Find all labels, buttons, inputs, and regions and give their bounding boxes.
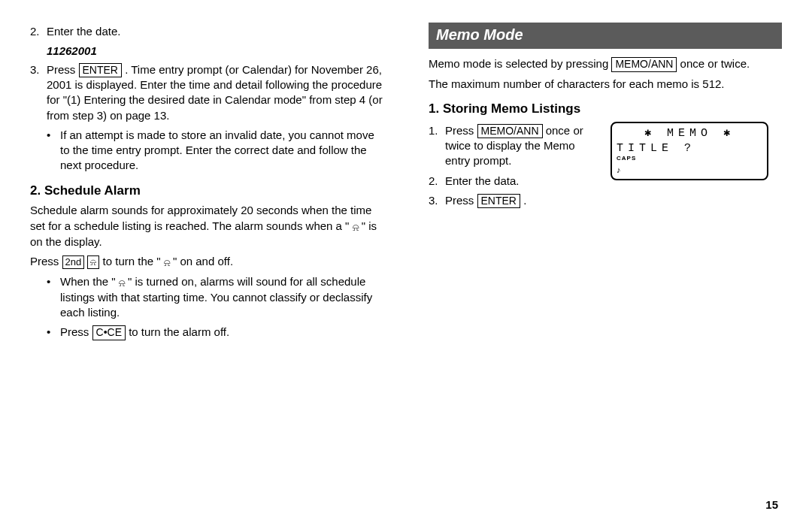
key-bell: ⍾ bbox=[87, 255, 99, 269]
heading-schedule-alarm: 2. Schedule Alarm bbox=[30, 183, 383, 200]
key-enter: ENTER bbox=[477, 194, 520, 209]
txt: Press bbox=[445, 124, 477, 137]
storing-row: 1. Press MEMO/ANN once or twice to displ… bbox=[429, 122, 782, 213]
txt: to turn the " bbox=[99, 255, 163, 268]
txt: When the " bbox=[60, 275, 119, 288]
bullet-text: If an attempt is made to store an invali… bbox=[60, 128, 383, 174]
memo-mode-select: Memo mode is selected by pressing MEMO/A… bbox=[429, 56, 782, 72]
bell-icon: ⍾ bbox=[164, 255, 170, 270]
lcd-note-icon: ♪ bbox=[617, 165, 621, 176]
key-cce: C•CE bbox=[92, 325, 126, 340]
step-text: Enter the data. bbox=[445, 174, 601, 189]
bullet-text: When the " ⍾ " is turned on, alarms will… bbox=[60, 274, 383, 320]
step-text: Press ENTER . bbox=[445, 193, 601, 209]
manual-page: 2. Enter the date. 11262001 3. Press ENT… bbox=[0, 0, 812, 529]
lcd-display: ✱ MEMO ✱ TITLE ? CAPS ♪ bbox=[611, 122, 768, 180]
key-enter: ENTER bbox=[79, 63, 122, 78]
store-step-1: 1. Press MEMO/ANN once or twice to displ… bbox=[429, 123, 601, 169]
press-2nd-bell: Press 2nd ⍾ to turn the " ⍾ " on and off… bbox=[30, 254, 383, 270]
bullet-dot: • bbox=[47, 325, 60, 340]
step-text: Enter the date. bbox=[47, 24, 383, 39]
store-step-2: 2. Enter the data. bbox=[429, 174, 601, 189]
alarm-paragraph: Schedule alarm sounds for approximately … bbox=[30, 203, 383, 249]
bullet-text: Press C•CE to turn the alarm off. bbox=[60, 325, 229, 340]
txt: Schedule alarm sounds for approximately … bbox=[30, 204, 371, 231]
step-num: 3. bbox=[429, 193, 445, 209]
left-column: 2. Enter the date. 11262001 3. Press ENT… bbox=[30, 23, 391, 514]
step-num: 2. bbox=[30, 24, 47, 39]
right-column: Memo Mode Memo mode is selected by press… bbox=[421, 23, 782, 514]
step-3: 3. Press ENTER . Time entry prompt (or C… bbox=[30, 62, 383, 123]
key-memo-ann: MEMO/ANN bbox=[477, 124, 543, 139]
bullet-alarm-on: • When the " ⍾ " is turned on, alarms wi… bbox=[47, 274, 383, 320]
key-2nd: 2nd bbox=[62, 255, 85, 269]
section-banner-memo-mode: Memo Mode bbox=[429, 23, 782, 49]
page-number: 15 bbox=[765, 497, 778, 512]
heading-storing-memo: 1. Storing Memo Listings bbox=[429, 101, 782, 118]
txt: Memo mode is selected by pressing bbox=[429, 57, 611, 70]
lcd-caps-indicator: CAPS bbox=[617, 155, 636, 163]
step-text: Press ENTER . Time entry prompt (or Cale… bbox=[47, 62, 383, 123]
txt: Press bbox=[445, 194, 477, 207]
txt: Press bbox=[60, 325, 92, 338]
memo-max-chars: The maximum number of characters for eac… bbox=[429, 77, 782, 92]
txt: . bbox=[520, 194, 526, 207]
store-step-3: 3. Press ENTER . bbox=[429, 193, 601, 209]
example-date: 11262001 bbox=[47, 44, 383, 59]
lcd-line-2: TITLE ? bbox=[617, 141, 762, 156]
bullet-dot: • bbox=[47, 274, 60, 320]
step-num: 1. bbox=[429, 123, 445, 169]
txt: Press bbox=[30, 255, 62, 268]
bullet-invalid-date: • If an attempt is made to store an inva… bbox=[47, 128, 383, 174]
txt: " on and off. bbox=[170, 255, 233, 268]
step-num: 2. bbox=[429, 174, 445, 189]
step-2: 2. Enter the date. bbox=[30, 24, 383, 39]
step-text: Press MEMO/ANN once or twice to display … bbox=[445, 123, 601, 169]
txt: to turn the alarm off. bbox=[129, 325, 229, 338]
storing-steps: 1. Press MEMO/ANN once or twice to displ… bbox=[429, 122, 601, 213]
step-num: 3. bbox=[30, 62, 47, 123]
txt: Press bbox=[47, 63, 79, 76]
key-memo-ann: MEMO/ANN bbox=[611, 57, 677, 72]
bell-icon: ⍾ bbox=[353, 220, 359, 234]
lcd-line-1: ✱ MEMO ✱ bbox=[617, 126, 762, 141]
bullet-dot: • bbox=[47, 128, 60, 174]
txt: once or twice. bbox=[677, 57, 750, 70]
bullet-cce: • Press C•CE to turn the alarm off. bbox=[47, 325, 383, 340]
bell-icon: ⍾ bbox=[119, 276, 125, 290]
